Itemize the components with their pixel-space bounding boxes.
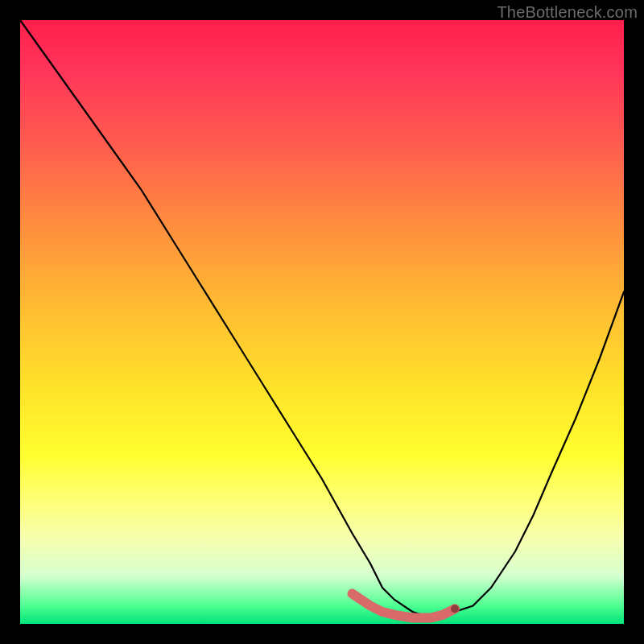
chart-frame: TheBottleneck.com (0, 0, 644, 644)
watermark-text: TheBottleneck.com (497, 3, 638, 22)
curve-path (20, 20, 624, 618)
accent-end-dot (451, 605, 459, 613)
bottleneck-curve (20, 20, 624, 624)
plot-area (20, 20, 624, 624)
